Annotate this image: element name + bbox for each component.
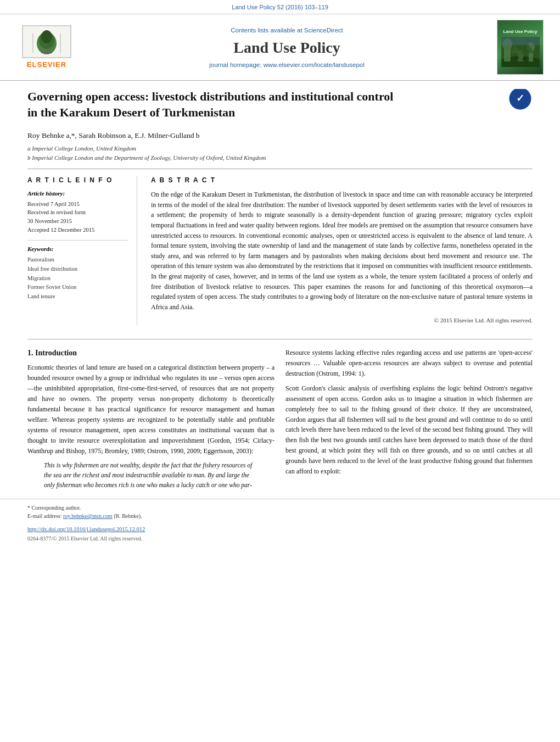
abstract-column: A B S T R A C T On the edge of the Karak… [151, 176, 533, 325]
journal-header: ELSEVIER Contents lists available at Sci… [0, 14, 560, 81]
received-date: Received 7 April 2015 [27, 200, 128, 209]
body-col1-para1: Economic theories of land tenure are bas… [27, 362, 275, 456]
accepted-date: Accepted 12 December 2015 [27, 226, 128, 235]
body-column-left: 1. Introduction Economic theories of lan… [27, 348, 275, 494]
history-label: Article history: [27, 189, 128, 198]
affiliations: a Imperial College London, United Kingdo… [27, 144, 533, 162]
article-area: ✓ Governing open access: livestock distr… [0, 81, 560, 330]
body-col1-quote: This is why fishermen are not wealthy, d… [44, 461, 258, 490]
journal-name: Land Use Policy [77, 37, 497, 58]
author-names: Roy Behnke a,*, Sarah Robinson a, E.J. M… [27, 131, 200, 140]
section-divider [27, 339, 533, 339]
svg-point-15 [522, 58, 527, 60]
article-title: Governing open access: livestock distrib… [27, 89, 401, 120]
copyright-line: © 2015 Elsevier Ltd. All rights reserved… [151, 316, 533, 325]
crossmark-wrapper: ✓ [508, 89, 533, 114]
journal-title-center: Contents lists available at ScienceDirec… [77, 26, 497, 69]
doi-copyright: 0264-8377/© 2015 Elsevier Ltd. All right… [0, 534, 560, 548]
homepage-label: journal homepage: [209, 62, 261, 68]
affiliation-b: b Imperial College London and the Depart… [27, 153, 533, 163]
received-revised-date: 30 November 2015 [27, 217, 128, 226]
elsevier-logo: ELSEVIER [16, 25, 77, 70]
section1-heading: 1. Introduction [27, 348, 275, 359]
keyword-former-soviet: Former Soviet Union [27, 283, 128, 292]
keywords-label: Keywords: [27, 245, 128, 253]
svg-text:✓: ✓ [516, 93, 524, 104]
article-info-column: A R T I C L E I N F O Article history: R… [27, 176, 137, 325]
email-name: (R. Behnke). [114, 513, 142, 519]
keyword-pastoralism: Pastoralism [27, 255, 128, 265]
citation-bar: Land Use Policy 52 (2016) 103–119 [0, 0, 560, 14]
received-revised-label: Received in revised form [27, 208, 128, 217]
journal-homepage-line: journal homepage: www.elsevier.com/locat… [77, 60, 497, 69]
article-history: Article history: Received 7 April 2015 R… [27, 189, 128, 234]
corresponding-note: * Corresponding author. [27, 504, 533, 512]
abstract-text: On the edge of the Karakum Desert in Tur… [151, 189, 533, 312]
cover-title-text: Land Use Policy [502, 28, 539, 36]
email-line: E-mail address: roy.behnke@msn.com (R. B… [27, 512, 533, 520]
doi-line: http://dx.doi.org/10.1016/j.landusepol.2… [0, 523, 560, 534]
svg-point-3 [41, 30, 52, 43]
email-label: E-mail address: [27, 513, 61, 519]
elsevier-tree-icon [27, 28, 66, 55]
affiliation-a: a Imperial College London, United Kingdo… [27, 144, 533, 153]
keyword-migration: Migration [27, 274, 128, 283]
doi-url[interactable]: http://dx.doi.org/10.1016/j.landusepol.2… [27, 526, 145, 532]
keyword-land-tenure: Land tenure [27, 292, 128, 302]
keywords-section: Keywords: Pastoralism Ideal free distrib… [27, 240, 128, 302]
crossmark-icon: ✓ [508, 89, 533, 111]
body-col2-para1: Resource systems lacking effective rules… [285, 348, 533, 379]
svg-rect-18 [501, 37, 540, 45]
contents-line: Contents lists available at ScienceDirec… [77, 26, 497, 35]
citation-text: Land Use Policy 52 (2016) 103–119 [232, 4, 328, 10]
abstract-heading: A B S T R A C T [151, 176, 533, 185]
elsevier-text: ELSEVIER [27, 60, 66, 70]
quote-text: This is why fishermen are not wealthy, d… [44, 462, 252, 488]
body-col2-para2: Scott Gordon's classic analysis of overf… [285, 383, 533, 477]
homepage-url[interactable]: www.elsevier.com/locate/landusepol [264, 62, 365, 68]
corresponding-label: * Corresponding author. [27, 505, 81, 511]
body-section: 1. Introduction Economic theories of lan… [0, 348, 560, 494]
journal-cover-thumbnail: Land Use Policy [497, 20, 544, 75]
cover-image-icon [501, 37, 540, 67]
authors-line: Roy Behnke a,*, Sarah Robinson a, E.J. M… [27, 131, 533, 141]
article-info-heading: A R T I C L E I N F O [27, 176, 128, 185]
svg-rect-4 [41, 51, 52, 53]
elsevier-logo-box [22, 25, 71, 58]
contents-label: Contents lists available at [231, 27, 302, 34]
footnotes-area: * Corresponding author. E-mail address: … [0, 499, 560, 523]
keyword-ideal-free: Ideal free distribution [27, 265, 128, 274]
svg-point-14 [514, 57, 519, 59]
article-meta-section: A R T I C L E I N F O Article history: R… [27, 169, 533, 325]
sciencedirect-link[interactable]: ScienceDirect [304, 27, 343, 34]
page-wrapper: Land Use Policy 52 (2016) 103–119 ELSEVI… [0, 0, 560, 742]
body-column-right: Resource systems lacking effective rules… [285, 348, 533, 494]
email-link[interactable]: roy.behnke@msn.com [63, 513, 113, 519]
